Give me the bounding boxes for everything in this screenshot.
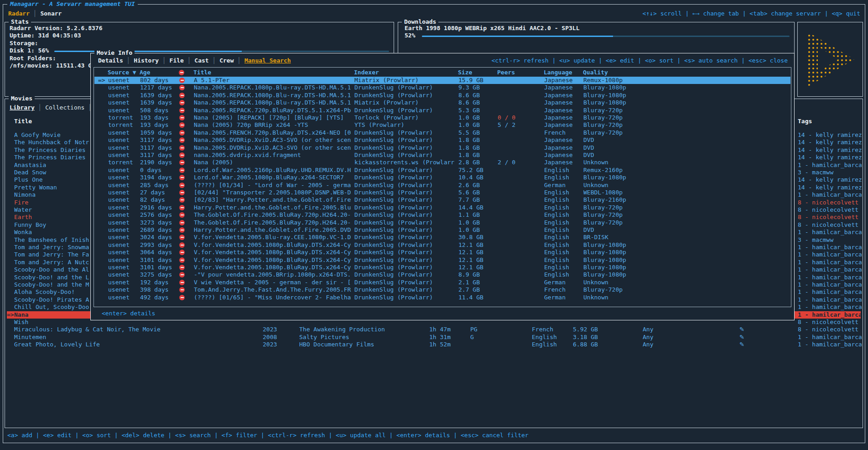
release-title-cell: Nana.2005.REPACK.720p.BluRay.DTS.5.1.x26… — [194, 107, 353, 114]
servarr-tabs: Radarr │ Sonarr — [8, 10, 62, 17]
movie-tag-cell: 1 - hamilcar_barca — [798, 296, 867, 303]
search-result-row[interactable]: usenet192 daysV wie Vendetta - 2005 - ge… — [94, 279, 790, 286]
column-peers[interactable]: Peers — [497, 69, 515, 76]
movie-row[interactable]: Great Photo, Lovely Life2023HBO Document… — [7, 341, 861, 348]
footer-keybind-help: <a> add | <e> edit | <o> sort | <del> de… — [7, 432, 529, 439]
search-result-row[interactable]: torrent193 daysNana (2005) [REPACK] [720… — [94, 114, 790, 121]
column-language[interactable]: Language — [544, 69, 572, 76]
column-release-title[interactable]: Title — [193, 69, 211, 76]
movie-size-cell: 6.88 GB — [573, 341, 598, 348]
size-cell: 1.8 GB — [458, 144, 480, 152]
source-cell: usenet — [108, 99, 130, 106]
rejected-icon — [179, 265, 185, 270]
tab-cast[interactable]: Cast — [194, 57, 208, 64]
rejected-icon — [179, 190, 185, 195]
download-item[interactable]: Earth 1998 1080p WEBRip x265 Hindi AAC2.… — [405, 25, 580, 32]
indexer-cell: DrunkenSlug (Prowlarr) — [354, 136, 457, 144]
search-result-row[interactable]: =>usenet802 daysA 5.1-PTerMiatrix (Prowl… — [94, 77, 790, 84]
rejected-icon — [179, 167, 185, 173]
tab-sonarr[interactable]: Sonarr — [40, 10, 62, 17]
rejection-column-icon[interactable] — [179, 70, 184, 75]
download-progress-fill — [422, 36, 613, 37]
movies-panel-title: Movies — [9, 95, 35, 102]
source-cell: usenet — [108, 152, 130, 159]
column-source[interactable]: Source ▼ — [108, 69, 136, 76]
search-result-row[interactable]: usenet27 days[02/44] "Transporter 2.2005… — [94, 189, 790, 196]
column-title[interactable]: Title — [14, 118, 32, 125]
tab-library[interactable]: Library — [10, 104, 35, 111]
search-result-row[interactable]: usenet82 days[02/83] "Harry.Potter.and.t… — [94, 196, 790, 204]
search-result-row[interactable]: usenet508 daysNana.2005.REPACK.720p.BluR… — [94, 107, 790, 114]
search-result-row[interactable]: usenet3117 daysnana.2005.dvdrip.xvid.fra… — [94, 152, 790, 159]
search-result-row[interactable]: usenet1639 daysNana.2005.REPACK.1080p.Bl… — [94, 92, 790, 99]
indexer-cell: Torlock (Prowlarr) — [354, 114, 457, 121]
release-title-cell: Nana (2005) 720p BRRip x264 -YTS — [194, 121, 353, 129]
search-result-row[interactable]: usenet3275 days-"V pour vendetta.2005.BR… — [94, 271, 790, 278]
source-cell: usenet — [108, 129, 130, 136]
release-title-cell: Nana.2005.DVDRip.XviD.AC3-SVO (or other … — [194, 136, 353, 144]
search-result-row[interactable]: usenet1639 daysNana.2005.REPACK.1080p.Bl… — [94, 99, 790, 106]
tab-crew[interactable]: Crew — [219, 57, 234, 64]
tab-separator: │ — [184, 57, 194, 64]
release-title-cell: Nana.2005.DVDRip.XviD.AC3-SVO (or other … — [194, 144, 353, 152]
column-tags[interactable]: Tags — [798, 118, 812, 125]
tab-radarr[interactable]: Radarr — [8, 10, 30, 17]
indexer-cell: DrunkenSlug (Prowlarr) — [354, 249, 457, 256]
tab-details[interactable]: Details — [98, 57, 123, 64]
language-cell: English — [544, 241, 569, 249]
quality-cell: Bluray-720p — [583, 219, 623, 226]
stat-value: 56% — [35, 47, 49, 54]
search-result-row[interactable]: usenet3117 daysNana.2005.DVDRip.XviD.AC3… — [94, 144, 790, 152]
search-result-row[interactable]: torrent193 daysNana (2005) 720p BRRip x2… — [94, 121, 790, 129]
movie-row[interactable]: Minutemen2008Salty Pictures1h 31mGEnglis… — [7, 334, 861, 341]
search-result-row[interactable]: torrent2190 daysNana (2005)kickasstorren… — [94, 159, 790, 166]
search-result-row[interactable]: usenet3101 daysV.for.Vendetta.2005.1080p… — [94, 264, 790, 271]
search-result-row[interactable]: usenet2916 daysHarry.Potter.and.the.Gobl… — [94, 204, 790, 211]
quality-cell: Bluray-1080p — [583, 256, 626, 264]
search-result-row[interactable]: usenet398 daysTom.And.Jerry.The.Fast.And… — [94, 286, 790, 293]
column-age[interactable]: Age — [140, 69, 150, 76]
search-result-row[interactable]: usenet3117 daysNana.2005.DVDRip.XviD.AC3… — [94, 136, 790, 144]
release-title-cell: Tom.And.Jerry.The.Fast.And.The.Furry.200… — [194, 286, 353, 293]
release-title-cell: Nana.2005.REPACK.1080p.Blu-ray.DTS-HD.MA… — [194, 99, 353, 106]
column-size[interactable]: Size — [458, 69, 472, 76]
column-indexer[interactable]: Indexer — [354, 69, 379, 76]
quality-cell: Bluray-1080p — [583, 241, 626, 249]
movie-info-footer-help: <enter> details — [102, 310, 155, 317]
language-cell: German — [544, 279, 566, 286]
search-result-row[interactable]: usenet3064 daysV.for.Vendetta.2005.1080p… — [94, 249, 790, 256]
indexer-cell: DrunkenSlug (Prowlarr) — [354, 196, 457, 204]
tab-collections[interactable]: Collections — [45, 104, 84, 111]
movie-row[interactable]: Miraculous: Ladybug & Cat Noir, The Movi… — [7, 326, 861, 333]
search-result-row[interactable]: usenet3194 daysLord.of.War.2005.1080p.Bl… — [94, 174, 790, 181]
search-result-row[interactable]: usenet3101 daysV.for.Vendetta.2005.1080p… — [94, 256, 790, 264]
column-quality[interactable]: Quality — [583, 69, 608, 76]
search-result-row[interactable]: usenet1217 daysNana.2005.REPACK.1080p.Bl… — [94, 84, 790, 91]
search-result-row[interactable]: usenet492 days(????) [01/65] - "Miss Und… — [94, 294, 790, 301]
movie-tag-cell: 14 - kelly ramirez — [798, 184, 867, 191]
rejected-icon — [179, 287, 185, 293]
search-result-row[interactable]: usenet2689 daysHarry.Potter.and.the.Gobl… — [94, 226, 790, 234]
size-cell: 14.4 GB — [458, 204, 483, 211]
tab-manual-search[interactable]: Manual Search — [244, 57, 291, 64]
stat-label: Disk 1: — [10, 47, 35, 54]
tab-history[interactable]: History — [134, 57, 159, 64]
search-result-row[interactable]: usenet3273 daysThe.Goblet.Of.Fire.2005.B… — [94, 219, 790, 226]
search-result-row[interactable]: usenet3024 daysV.for.Vendetta.2005.Blu-r… — [94, 234, 790, 241]
search-result-row[interactable]: usenet2576 daysThe.Goblet.Of.Fire.2005.B… — [94, 211, 790, 219]
release-title-cell: Nana.2005.REPACK.1080p.Blu-ray.DTS-HD.MA… — [194, 92, 353, 99]
search-result-row[interactable]: usenet0 daysLord.of.War.2005.2160p.BluRa… — [94, 167, 790, 174]
release-title-cell: Nana.2005.FRENCH.720p.BluRay.DTS.x264-NE… — [194, 129, 353, 136]
manual-search-results-box: Source ▼ Age Title Indexer Size Peers La… — [94, 67, 791, 307]
tab-file[interactable]: File — [170, 57, 184, 64]
search-result-row[interactable]: usenet2993 daysV.for.Vendetta.2005.1080p… — [94, 241, 790, 249]
language-cell: English — [544, 196, 569, 204]
source-cell: usenet — [108, 174, 130, 181]
quality-cell: Bluray-1080p — [583, 264, 626, 271]
search-result-row[interactable]: usenet285 days(????) [01/34] - "Lord of … — [94, 182, 790, 189]
movie-language-cell: French — [532, 326, 553, 333]
language-cell: English — [544, 226, 569, 234]
release-title-cell: (????) [01/65] - "Miss Undercover 2- Fab… — [194, 294, 353, 301]
search-result-row[interactable]: usenet1059 daysNana.2005.FRENCH.720p.Blu… — [94, 129, 790, 136]
size-cell: 8.9 GB — [458, 271, 480, 278]
